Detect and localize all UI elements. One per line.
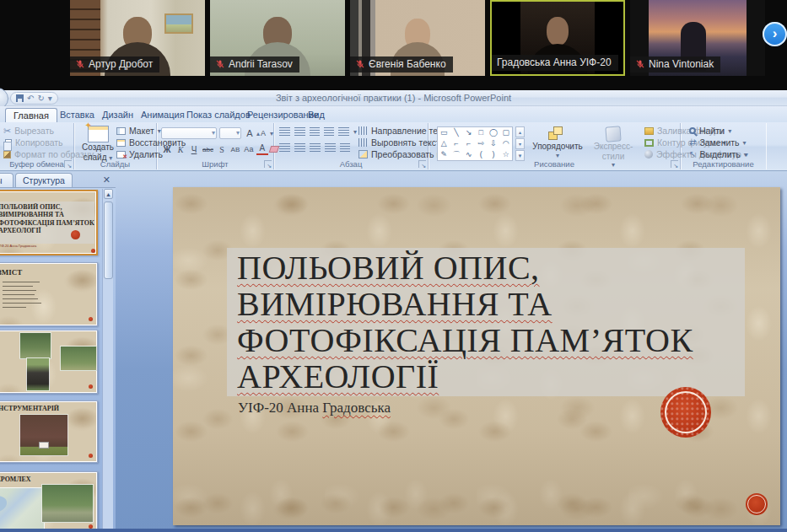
font-buttons-row: Ж К Ч abc S АВ Аа А (161, 143, 278, 155)
tab-slides[interactable]: ы (0, 173, 13, 187)
align-center-icon[interactable] (294, 143, 305, 152)
find-button[interactable]: Найти (689, 126, 725, 136)
shape-left-brace-icon[interactable]: ( (480, 151, 482, 159)
list-buttons-row: ▾ (279, 127, 357, 136)
screen: Артур Дробот Andrii Tarasov (0, 0, 787, 532)
shape-arrow-down-icon[interactable]: ⇩ (490, 140, 497, 148)
tab-vid[interactable]: Вид (300, 108, 332, 122)
shape-curve-icon[interactable]: ∿ (466, 151, 472, 159)
scroll-up-icon[interactable]: ▴ (515, 126, 525, 137)
tab-outline[interactable]: Структура (15, 173, 73, 187)
line-spacing-icon[interactable] (338, 127, 349, 136)
arrange-button[interactable]: Упорядочить ▾ (531, 126, 584, 159)
italic-button[interactable]: К (175, 143, 186, 155)
slide-thumbnail-1-selected[interactable]: ПОЛЬОВИЙ ОПИС, ВИМІРЮВАННЯ ТА ФОТОФІКСАЦ… (0, 190, 98, 255)
thumb-map-lake (0, 495, 7, 513)
bullets-icon[interactable] (279, 127, 290, 136)
character-spacing-button[interactable]: АВ (229, 143, 241, 155)
seal-red-dot-small (89, 384, 93, 389)
shapes-gallery-scroll[interactable]: ▴ ▾ ▼ (515, 126, 525, 161)
participant-tile-nina[interactable]: Nina Vintoniak (630, 0, 765, 76)
replace-button[interactable]: ⇄ Заменить▾ (689, 137, 747, 148)
select-button[interactable]: ↖ Выделить▾ (689, 149, 747, 159)
scroll-down-icon[interactable]: ▾ (515, 138, 525, 149)
shape-textbox-icon[interactable]: ▭ (440, 129, 448, 137)
copy-button[interactable]: Копировать (3, 137, 63, 148)
participant-nameplate: Євгенія Бабенко (350, 56, 453, 73)
group-label: Редактирование (681, 159, 766, 169)
columns-icon[interactable] (340, 143, 350, 152)
slide-thumbnail-4[interactable]: ІНСТРУМЕНТАРІЙ (0, 400, 98, 463)
slide-thumbnail-2[interactable]: ЗМІСТ (0, 262, 98, 326)
delete-slide-button[interactable]: Удалить (116, 149, 163, 159)
font-name-dropdown[interactable] (161, 127, 217, 139)
seal-red-dot-small (89, 317, 93, 321)
shape-arrow-right-icon[interactable]: ⇨ (478, 140, 485, 148)
shape-arc-icon[interactable]: ⌒ (452, 151, 460, 159)
text-shadow-button[interactable]: S (216, 143, 228, 155)
new-slide-button[interactable]: Создать слайд ▾ (79, 126, 116, 162)
participant-tile-artur[interactable]: Артур Дробот (70, 0, 205, 76)
align-right-icon[interactable] (310, 143, 321, 152)
thumb-title: ІНСТРУМЕНТАРІЙ (0, 405, 59, 412)
participant-tile-andrii[interactable]: Andrii Tarasov (210, 0, 345, 76)
slide-thumbnail-3[interactable] (0, 330, 98, 394)
participant-name: Артур Дробот (89, 58, 153, 70)
dialog-launcher-icon[interactable] (64, 160, 72, 168)
bold-button[interactable]: Ж (161, 143, 173, 155)
cut-button[interactable]: ✂ Вырезать (3, 126, 54, 136)
shape-arrow-icon[interactable]: ↘ (466, 129, 472, 137)
participant-tile-hradovska-active-speaker[interactable]: Градовська Анна УІФ-20 (490, 0, 625, 76)
participant-nameplate: Nina Vintoniak (630, 56, 720, 73)
participant-tile-yevheniia[interactable]: Євгенія Бабенко (350, 0, 485, 76)
find-icon (689, 127, 696, 134)
panel-scrollbar[interactable]: ▲ (102, 189, 113, 532)
thumb-title: КРОМЛЕХ (0, 476, 31, 483)
increase-indent-icon[interactable] (324, 127, 334, 136)
slide-thumbnail-5[interactable]: КРОМЛЕХ (0, 471, 98, 532)
shrink-font-button[interactable]: А▾ (257, 127, 273, 139)
shape-fill-icon (644, 127, 654, 135)
slide-canvas[interactable]: ПОЛЬОВИЙ ОПИС, ВИМІРЮВАННЯ ТА ФОТОФІКСАЦ… (173, 187, 780, 525)
align-left-icon[interactable] (279, 143, 290, 152)
muted-mic-icon (635, 59, 645, 69)
font-color-button[interactable]: А (256, 143, 268, 155)
shape-chord-icon[interactable]: ◠ (503, 140, 509, 148)
shape-elbow-icon[interactable]: ⌐ (454, 140, 458, 148)
change-case-button[interactable]: Аа (243, 143, 255, 155)
align-buttons-row (279, 143, 350, 152)
shape-right-brace-icon[interactable]: ) (492, 151, 494, 159)
expand-gallery-button[interactable]: › (763, 22, 787, 46)
layout-icon (116, 127, 126, 135)
slide-subtitle[interactable]: УІФ-20 Анна Градовська (238, 400, 391, 416)
dialog-launcher-icon[interactable] (418, 160, 426, 168)
strikethrough-button[interactable]: abc (202, 143, 214, 155)
shapes-gallery[interactable]: ▭ ╲ ↘ □ ◯ ▢ △ ⌐ ⌐ ⇨ ⇩ ◠ ✎ ⌒ ∿ ( ) (437, 126, 513, 161)
layout-button[interactable]: Макет▾ (116, 126, 161, 136)
participant-name: Євгенія Бабенко (369, 58, 446, 70)
shape-line-icon[interactable]: ╲ (454, 129, 458, 137)
shape-elbow2-icon[interactable]: ⌐ (466, 140, 471, 148)
decrease-indent-icon[interactable] (310, 127, 320, 136)
seal-red-dot-small (91, 249, 95, 253)
font-size-dropdown[interactable] (219, 127, 241, 139)
thumb-photo-sign (39, 442, 49, 449)
underline-button[interactable]: Ч (188, 143, 200, 155)
shape-star-icon[interactable]: ☆ (503, 151, 509, 159)
scroll-up-icon[interactable]: ▲ (104, 189, 113, 199)
shape-oval-icon[interactable]: ◯ (489, 129, 498, 137)
shape-rectangle-icon[interactable]: □ (479, 129, 483, 137)
dialog-launcher-icon[interactable] (671, 160, 678, 168)
slide-title[interactable]: ПОЛЬОВИЙ ОПИС, ВИМІРЮВАННЯ ТА ФОТОФІКСАЦ… (237, 250, 693, 395)
scrollbar-thumb[interactable] (104, 202, 113, 279)
close-pane-icon[interactable]: ✕ (103, 175, 111, 185)
justify-icon[interactable] (325, 143, 336, 152)
shape-scribble-icon[interactable]: ✎ (441, 151, 448, 159)
thumb-subtitle: УІФ-20 Анна Градовська (0, 244, 36, 248)
dialog-launcher-icon[interactable] (264, 160, 272, 168)
shape-triangle-icon[interactable]: △ (441, 140, 447, 148)
select-icon: ↖ (689, 150, 696, 159)
numbering-icon[interactable] (294, 127, 305, 136)
shape-rounded-rect-icon[interactable]: ▢ (502, 129, 509, 137)
tab-glavnaya[interactable]: Главная (5, 108, 57, 122)
